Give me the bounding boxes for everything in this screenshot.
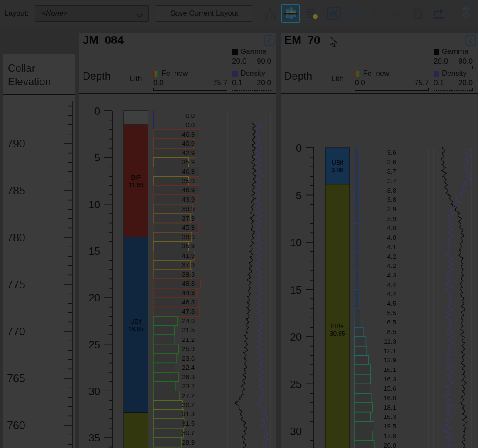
collar-elevation-title: Collar Elevation	[3, 54, 75, 95]
header-divider	[79, 93, 276, 94]
density-legend: Density 0.120.0	[232, 69, 271, 91]
fe-value-label: 16.3	[384, 375, 396, 383]
fe-max: 75.7	[213, 79, 227, 87]
fe-bar	[355, 403, 373, 412]
elevation-tick-label: 790	[7, 137, 25, 150]
lith-code-label: UBif	[130, 318, 142, 325]
fe-value-label: 31.3	[182, 410, 195, 418]
elevation-tick-label: 765	[7, 372, 25, 384]
fe-value-label: 21.2	[182, 336, 195, 343]
fe-colormap-swatch	[355, 71, 360, 77]
fe-bar	[153, 419, 184, 428]
lith-code-label: BIF	[131, 174, 141, 181]
depth-tick-label: 10	[88, 199, 100, 211]
toolbar-separator	[366, 4, 366, 23]
fe-bar	[355, 421, 374, 431]
fe-min: 0.0	[153, 79, 164, 87]
depth-tick-label: 15	[290, 284, 302, 296]
fe-value-label: 47.3	[182, 308, 195, 315]
export-button[interactable]	[431, 5, 446, 22]
mouse-cursor	[330, 36, 338, 50]
fe-value-label: 3.9	[387, 215, 396, 222]
export-icon	[431, 6, 446, 21]
fe-value-label: 35.9	[182, 177, 195, 184]
collapse-panel-button[interactable]	[264, 35, 275, 46]
collapse-panel-button[interactable]	[465, 35, 476, 46]
app-window: Layout: <None> Save Current Layout	[0, 0, 478, 448]
log-tracks-svg: 051015202530UBif3.86ElBa30.853.63.63.73.…	[281, 95, 478, 448]
redo-button[interactable]	[389, 5, 404, 22]
gamma-curve	[441, 148, 466, 448]
fe-value-label: 11.3	[384, 338, 396, 345]
fe-value-label: 26.3	[182, 373, 195, 381]
toolbar: Layout: <None> Save Current Layout	[0, 0, 478, 27]
undo-button[interactable]	[368, 5, 384, 22]
density-legend: Density 0.120.0	[434, 69, 473, 91]
save-button[interactable]	[410, 5, 425, 22]
lith-thickness-label: 3.86	[331, 167, 343, 174]
gamma-label: Gamma	[442, 47, 468, 56]
fe-value-label: 31.5	[182, 420, 195, 427]
elevation-tick-label: 775	[7, 278, 25, 291]
gamma-swatch	[232, 49, 238, 55]
fe-value-label: 20.0	[384, 441, 396, 448]
fe-value-label: 4.0	[387, 234, 396, 241]
fe-value-label: 22.4	[182, 364, 195, 371]
fe-value-label: 46.3	[182, 298, 195, 306]
fe-bar	[355, 280, 359, 290]
fe-bar	[355, 337, 366, 346]
fe-value-label: 42.9	[182, 149, 195, 157]
expand-all-button[interactable]	[347, 5, 363, 22]
gamma-min: 20.0	[232, 57, 246, 66]
fe-value-label: 45.9	[182, 224, 195, 231]
fe-value-label: 39.9	[182, 205, 195, 212]
fe-bar	[355, 204, 359, 214]
node-graph-button[interactable]	[262, 5, 278, 22]
fe-label: Fe_new	[162, 69, 188, 78]
table-insight-icon	[304, 6, 319, 21]
fe-value-label: 13.9	[384, 356, 396, 364]
fe-value-label: 3.7	[387, 177, 396, 184]
fe-legend: Fe_new 0.075.7	[153, 69, 227, 91]
save-layout-button[interactable]: Save Current Layout	[156, 5, 252, 22]
elevation-tick-label: 770	[7, 325, 25, 338]
gamma-legend: Gamma 20.090.0	[434, 47, 473, 69]
fe-bar	[355, 346, 367, 356]
gamma-label: Gamma	[240, 47, 266, 56]
table-insight-button[interactable]	[303, 5, 319, 22]
fe-bar	[153, 335, 174, 344]
density-swatch	[232, 71, 238, 77]
fe-bar	[153, 120, 154, 129]
gamma-max: 90.0	[257, 57, 271, 66]
fe-bar	[355, 176, 358, 186]
fe-bar	[355, 318, 361, 328]
density-min: 0.1	[232, 79, 242, 87]
fe-value-label: 4.2	[387, 253, 396, 260]
fe-value-label: 3.7	[387, 167, 396, 175]
log-view-button[interactable]	[281, 4, 300, 23]
chevron-left-icon	[266, 37, 273, 44]
fe-bar	[355, 431, 372, 441]
density-max: 20.0	[257, 79, 271, 87]
elevation-tick-label: 760	[7, 419, 25, 431]
header-divider	[281, 93, 478, 94]
collapse-all-icon	[327, 6, 341, 21]
fe-bar-track: 3.63.63.73.73.83.83.93.94.04.04.14.24.24…	[355, 148, 396, 448]
fe-value-label: 30.7	[182, 429, 195, 436]
depth-tick-label: 0	[296, 142, 302, 154]
fe-max: 75.7	[414, 79, 429, 87]
fe-bar	[355, 412, 371, 422]
track-borders	[227, 111, 270, 448]
layout-dropdown[interactable]: <None>	[35, 5, 149, 22]
collapse-all-button[interactable]	[326, 5, 342, 22]
lith-interval	[124, 413, 148, 448]
tap-tool-icon	[458, 6, 474, 21]
fe-value-label: 21.5	[182, 326, 195, 334]
tap-tool-button[interactable]	[458, 5, 474, 22]
curve-track	[235, 123, 268, 448]
lith-code-label: UBif	[332, 159, 343, 166]
collar-elevation-panel: 790785780775770765760 Collar Elevation	[3, 54, 75, 448]
depth-axis: 051015202530	[290, 142, 314, 448]
gamma-scale-bracket	[232, 66, 271, 69]
track-borders	[429, 148, 472, 448]
